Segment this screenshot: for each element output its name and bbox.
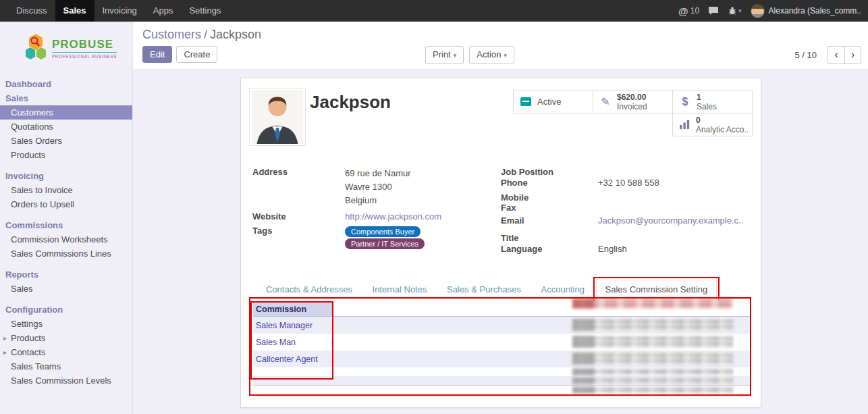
caret-down-icon: ▾ <box>504 52 507 59</box>
sidebar-item-commission-worksheets[interactable]: Commission Worksheets <box>0 232 132 247</box>
stat-button-box: Active ✎ $620.00 Invoiced $ 1 Sales <box>511 90 753 136</box>
commission-level-cell[interactable]: Sales Manager <box>253 321 332 330</box>
tab-sales-commission-setting[interactable]: Sales Commission Setting <box>596 280 717 300</box>
job-position-label: Job Position <box>501 167 598 177</box>
sidebar-item-customers[interactable]: Customers <box>0 105 132 120</box>
action-dropdown-button[interactable]: Action▾ <box>469 46 514 64</box>
action-label: Action <box>477 49 501 59</box>
commission-level-header[interactable]: Commission Level <box>253 303 332 316</box>
table-row[interactable]: Sales Manager <box>253 317 750 334</box>
tag-components-buyer: Components Buyer <box>345 226 421 237</box>
commission-level-cell[interactable]: Sales Man <box>253 338 332 347</box>
website-link[interactable]: http://www.jackpson.com <box>345 211 441 222</box>
chart-icon <box>680 120 690 129</box>
table-empty-row <box>253 385 750 394</box>
table-row[interactable]: Callcenter Agent <box>253 351 750 367</box>
breadcrumb-current: Jackpson <box>210 28 261 41</box>
messages-button[interactable] <box>708 6 719 16</box>
sidebar-item-quotations[interactable]: Quotations <box>0 120 132 134</box>
invoiced-stat-button[interactable]: ✎ $620.00 Invoiced <box>593 90 673 113</box>
control-panel: Customers/Jackpson Edit Create Print▾ Ac… <box>133 22 868 70</box>
website-label: Website <box>252 211 345 222</box>
create-button[interactable]: Create <box>176 46 217 63</box>
left-field-group: Address 69 rue de Namur Wavre 1300 Belgi… <box>252 167 485 250</box>
probuse-logo-text: PROBUSE PROFESSIONAL BUSINESS <box>52 38 117 59</box>
menu-sales[interactable]: Sales <box>55 0 94 22</box>
address-value: 69 rue de Namur Wavre 1300 Belgium <box>345 167 411 207</box>
pager-next-button[interactable]: › <box>844 46 861 64</box>
sidebar-section-sales[interactable]: Sales <box>0 91 132 105</box>
print-dropdown-button[interactable]: Print▾ <box>425 46 464 64</box>
sidebar-item-label: Products <box>11 333 45 343</box>
sidebar-item-config-products[interactable]: ▸Products <box>0 331 132 345</box>
commission-level-cell[interactable]: Callcenter Agent <box>253 355 332 364</box>
sidebar-item-config-contacts[interactable]: ▸Contacts <box>0 345 132 359</box>
probuse-logo[interactable]: PROBUSE PROFESSIONAL BUSINESS <box>0 22 132 73</box>
phone-value: +32 10 588 558 <box>598 178 659 188</box>
dollar-icon: $ <box>682 97 688 107</box>
pager-counter: 5 / 10 <box>794 50 817 60</box>
address-line: Wavre 1300 <box>345 180 411 194</box>
main-content: Jackpson Active ✎ $620.00 Invoiced $ 1 S… <box>133 70 868 414</box>
tab-accounting[interactable]: Accounting <box>533 280 593 299</box>
sidebar-item-sales-orders[interactable]: Sales Orders <box>0 134 132 148</box>
user-name: Alexandra (Sales_comm.. <box>769 6 861 16</box>
menu-discuss[interactable]: Discuss <box>8 0 55 22</box>
probuse-logo-icon <box>24 32 47 63</box>
redacted-cell <box>572 386 733 394</box>
sidebar-section-invoicing[interactable]: Invoicing <box>0 169 132 183</box>
sidebar-item-sales-to-invoice[interactable]: Sales to Invoice <box>0 183 132 197</box>
table-row[interactable]: Sales Man <box>253 334 750 351</box>
sidebar-item-sales-commission-levels[interactable]: Sales Commission Levels <box>0 373 132 388</box>
sidebar-section-configuration[interactable]: Configuration <box>0 303 132 317</box>
fax-label: Fax <box>501 203 598 213</box>
tab-sales-purchases[interactable]: Sales & Purchases <box>438 280 530 299</box>
mobile-label: Mobile <box>501 192 598 203</box>
right-field-group: Job Position Phone +32 10 588 558 Mobile… <box>501 167 752 254</box>
language-value: English <box>598 244 627 254</box>
menu-settings[interactable]: Settings <box>181 0 229 22</box>
commission-table: Commission Level Sales Manager Sales Man… <box>253 303 750 394</box>
edit-button[interactable]: Edit <box>142 46 172 63</box>
invoiced-amount: $620.00 <box>617 93 647 102</box>
brand-tagline: PROFESSIONAL BUSINESS <box>52 52 117 59</box>
brand-name: PROBUSE <box>52 38 113 51</box>
email-link[interactable]: Jackpson@yourcompany.example.c.. <box>598 215 743 226</box>
breadcrumb-customers[interactable]: Customers <box>142 28 201 41</box>
sidebar-item-sales-teams[interactable]: Sales Teams <box>0 359 132 373</box>
tags-value: Components Buyer Partner / IT Services <box>345 226 425 250</box>
debug-menu-button[interactable]: ▾ <box>728 6 742 16</box>
mention-count: 10 <box>690 6 699 16</box>
sidebar-nav: Dashboard Sales Customers Quotations Sal… <box>0 73 132 388</box>
tab-internal-notes[interactable]: Internal Notes <box>364 280 436 299</box>
sidebar-section-commissions[interactable]: Commissions <box>0 218 132 232</box>
table-empty-row <box>253 367 750 376</box>
sidebar: PROBUSE PROFESSIONAL BUSINESS Dashboard … <box>0 22 133 414</box>
bug-icon <box>728 6 737 16</box>
sales-stat-button[interactable]: $ 1 Sales <box>672 90 753 113</box>
mentions-button[interactable]: @ 10 <box>678 5 699 17</box>
chevron-right-icon[interactable]: ▸ <box>3 333 7 343</box>
sidebar-item-orders-to-upsell[interactable]: Orders to Upsell <box>0 197 132 211</box>
sidebar-item-reports-sales[interactable]: Sales <box>0 282 132 296</box>
analytic-count: 0 <box>696 115 748 125</box>
active-label: Active <box>537 97 561 107</box>
top-navbar: Discuss Sales Invoicing Apps Settings @ … <box>0 0 868 22</box>
sidebar-item-products[interactable]: Products <box>0 148 132 162</box>
sidebar-section-reports[interactable]: Reports <box>0 267 132 282</box>
menu-invoicing[interactable]: Invoicing <box>94 0 145 22</box>
customer-name-title: Jackpson <box>310 92 391 113</box>
customer-photo <box>249 88 306 146</box>
sidebar-item-settings[interactable]: Settings <box>0 317 132 331</box>
address-label: Address <box>252 167 345 207</box>
user-menu[interactable]: Alexandra (Sales_comm.. <box>751 4 861 18</box>
sidebar-section-dashboard[interactable]: Dashboard <box>0 77 132 91</box>
menu-apps[interactable]: Apps <box>145 0 182 22</box>
active-stat-button[interactable]: Active <box>513 90 593 113</box>
tab-contacts-addresses[interactable]: Contacts & Addresses <box>257 280 361 299</box>
sidebar-item-sales-commissions-lines[interactable]: Sales Commissions Lines <box>0 247 132 261</box>
chevron-right-icon[interactable]: ▸ <box>3 347 7 357</box>
email-label: Email <box>501 215 598 226</box>
analytic-stat-button[interactable]: 0 Analytic Acco... <box>672 113 753 136</box>
pager-previous-button[interactable]: ‹ <box>828 46 844 64</box>
